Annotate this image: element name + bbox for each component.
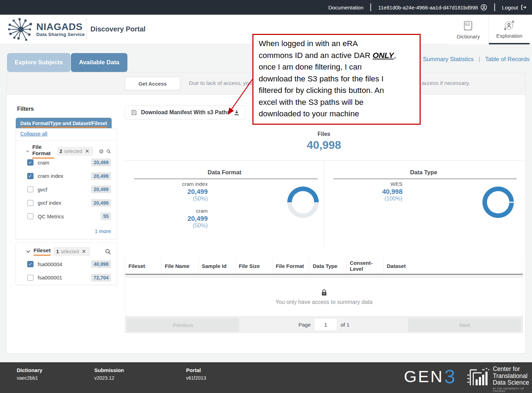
column-header[interactable]: File Size — [236, 258, 273, 274]
page-title: Discovery Portal — [90, 25, 146, 33]
page-label: Page — [298, 322, 311, 328]
logout-icon — [520, 4, 527, 10]
column-header[interactable]: Consent-Level — [347, 258, 384, 274]
legend-entry: cram 20,499 (50%) — [125, 208, 208, 229]
footer-dictionary-version: Dictionary vaec2bb1 — [17, 367, 42, 381]
chevron-down-icon[interactable] — [26, 150, 29, 153]
filter-option-qc-metrics[interactable]: QC Metrics 55 — [16, 211, 117, 221]
column-header[interactable]: File Format — [273, 258, 310, 274]
pagination-bar: Previous Page of 1 Next — [125, 316, 523, 333]
filter-group-name: File Format — [32, 144, 54, 159]
filter-option-gvcf-index[interactable]: gvcf index 20,499 — [16, 198, 117, 208]
chart-data-type: Data Type WES 40,998 (100%) — [324, 161, 523, 247]
count-badge: 20,499 — [91, 159, 111, 166]
column-header[interactable]: Dataset — [384, 258, 523, 274]
filter-tab-data-format[interactable]: Data Format/Type and Dataset/Fileset — [16, 118, 112, 128]
nav-dictionary[interactable]: A-Z Dictionary — [448, 15, 489, 44]
link-table-of-records[interactable]: Table of Records — [485, 56, 530, 63]
filter-option-gvcf[interactable]: gvcf 20,499 — [16, 184, 117, 195]
tab-explore-subjects[interactable]: Explore Subjects — [7, 53, 71, 72]
filter-option-fsa000004[interactable]: fsa000004 40,998 — [16, 259, 117, 269]
header-nav: A-Z Dictionary — [448, 15, 530, 44]
legend-entry: cram index 20,499 (50%) — [125, 181, 208, 202]
checkbox[interactable] — [27, 213, 34, 219]
exploration-icon — [503, 19, 516, 31]
divider — [16, 140, 117, 141]
donut-chart-data-type — [482, 187, 514, 218]
checkbox[interactable] — [27, 261, 34, 267]
filter-option-cram[interactable]: cram 20,499 — [16, 157, 117, 168]
column-header[interactable]: Fileset — [125, 258, 162, 274]
chevron-down-icon[interactable] — [26, 250, 31, 253]
search-icon[interactable] — [106, 148, 111, 154]
dictionary-book-icon: A-Z — [463, 20, 474, 32]
column-header[interactable]: Sample Id — [199, 258, 236, 274]
filter-group-header: Fileset 1 selected ✕ — [16, 247, 117, 256]
page-number-input[interactable] — [314, 318, 337, 331]
show-more-link[interactable]: 1 more — [95, 228, 111, 234]
next-page-button[interactable]: Next — [408, 318, 521, 332]
user-id-menu[interactable]: 11e81d0b-a24e-4966-aa1d-d47d181bd998 — [378, 4, 487, 11]
checkbox[interactable] — [27, 159, 34, 166]
legend-entry: WES 40,998 (100%) — [324, 181, 402, 202]
clear-selection-icon[interactable]: ✕ — [81, 248, 87, 255]
divider — [86, 19, 87, 41]
access-message-right: access if necessary. — [422, 80, 470, 86]
selected-count-pill: 1 selected ✕ — [53, 247, 90, 256]
files-summary: Files 40,998 — [125, 131, 523, 152]
filter-group-header: File Format 2 selected ✕ ⚙ — [16, 144, 117, 159]
filter-option-fsa000001[interactable]: fsa000001 72,704 — [16, 272, 117, 283]
files-table: Fileset File Name Sample Id File Size Fi… — [125, 258, 523, 316]
collapse-all-link[interactable]: Collapse all — [20, 131, 47, 137]
ctds-logo[interactable]: Center for Translational Data Science AT… — [467, 366, 532, 392]
link-summary-statistics[interactable]: Summary Statistics — [423, 56, 474, 63]
niagads-starburst-icon — [7, 17, 34, 41]
annotation-callout: When logged in with an eRA commons ID an… — [252, 34, 421, 125]
search-icon[interactable] — [105, 249, 111, 255]
logout-button[interactable]: Logout — [502, 4, 527, 10]
nav-label: Exploration — [496, 33, 522, 39]
filter-card-file-format: Collapse all File Format 2 selected ✕ ⚙ — [16, 128, 117, 239]
chart-title: Data Format — [125, 169, 324, 176]
chart-data-format: Data Format cram index 20,499 (50%) cram… — [125, 161, 324, 247]
column-header[interactable]: Data Type — [310, 258, 347, 274]
count-badge: 55 — [101, 212, 111, 220]
charts-row: Data Format cram index 20,499 (50%) cram… — [125, 160, 523, 247]
chart-title: Data Type — [324, 169, 523, 176]
selected-count-pill: 2 selected ✕ — [57, 147, 94, 156]
tab-available-data[interactable]: Available Data — [71, 53, 127, 72]
checkbox[interactable] — [27, 200, 34, 206]
footer-submission-version: Submission v2023.12 — [94, 367, 124, 381]
user-icon — [480, 4, 487, 11]
column-header[interactable]: File Name — [162, 258, 199, 274]
gen3-logo[interactable]: GEN 3 — [404, 366, 455, 387]
save-icon — [131, 109, 137, 116]
clear-selection-icon[interactable]: ✕ — [84, 148, 90, 154]
get-access-button[interactable]: Get Access — [125, 77, 180, 90]
nav-exploration[interactable]: Exploration — [489, 15, 530, 44]
divider — [333, 179, 517, 179]
divider — [134, 179, 318, 179]
count-badge: 20,499 — [91, 185, 111, 193]
footer-portal-version: Portal v61f2013 — [186, 367, 206, 381]
top-bar: Documentation 11e81d0b-a24e-4966-aa1d-d4… — [0, 0, 532, 15]
checkbox[interactable] — [27, 275, 34, 281]
app-footer: Dictionary vaec2bb1 Submission v2023.12 … — [0, 362, 532, 393]
checkbox[interactable] — [27, 186, 34, 192]
user-id: 11e81d0b-a24e-4966-aa1d-d47d181bd998 — [378, 5, 478, 10]
ctds-icon — [467, 366, 489, 389]
table-header-row: Fileset File Name Sample Id File Size Fi… — [125, 258, 523, 275]
gear-icon[interactable]: ⚙ — [99, 148, 104, 155]
divider — [370, 3, 371, 11]
niagads-logo[interactable]: NIAGADS Data Sharing Service — [7, 17, 85, 41]
donut-chart-data-format — [287, 187, 319, 218]
filter-option-cram-index[interactable]: cram index 20,499 — [16, 171, 117, 181]
divider — [494, 3, 495, 11]
emphasized-only: ONLY — [372, 51, 394, 60]
count-badge: 40,998 — [91, 260, 111, 268]
lock-icon — [321, 289, 327, 296]
page-links: | Summary Statistics | Table of Records — [416, 56, 530, 63]
checkbox[interactable] — [27, 173, 34, 179]
filter-group-name: Fileset — [34, 247, 51, 256]
documentation-link[interactable]: Documentation — [328, 5, 363, 10]
